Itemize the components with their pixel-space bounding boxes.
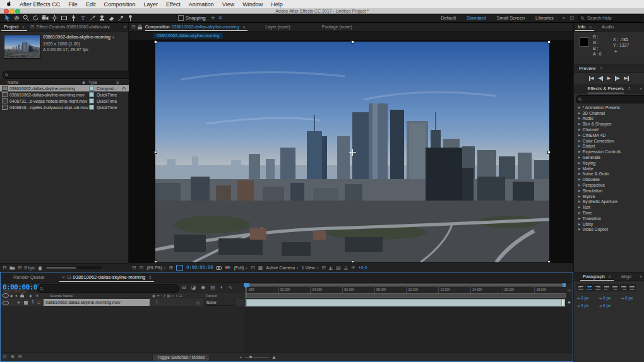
selection-handle[interactable] bbox=[154, 151, 157, 154]
panel-menu-icon[interactable]: ≡ bbox=[149, 276, 152, 279]
tab-project[interactable]: Project≡ bbox=[0, 23, 28, 31]
type-tool[interactable]: T bbox=[78, 15, 88, 22]
snap-mask-icon[interactable]: ✕ bbox=[218, 15, 222, 21]
snapping-control[interactable]: Snapping bbox=[178, 15, 206, 21]
indent-value[interactable]: 0 px bbox=[581, 303, 588, 308]
menu-item[interactable]: File bbox=[68, 1, 78, 8]
justify-all-button[interactable] bbox=[628, 284, 636, 291]
work-area-bar[interactable] bbox=[246, 293, 566, 298]
tab-align[interactable]: Align bbox=[621, 274, 632, 279]
hand-tool[interactable] bbox=[12, 15, 21, 22]
composition-viewer[interactable] bbox=[129, 40, 573, 263]
layer-expander-icon[interactable]: ▶ bbox=[18, 300, 20, 304]
justify-last-right-button[interactable] bbox=[620, 284, 628, 291]
view-layout-dropdown[interactable]: 1 View ∨ bbox=[302, 266, 319, 270]
roto-brush-tool[interactable] bbox=[116, 15, 126, 22]
effects-category-row[interactable]: ▶ Blur & Sharpen bbox=[574, 121, 644, 127]
scrollbar-thumb[interactable] bbox=[46, 267, 76, 269]
zoom-tool[interactable] bbox=[21, 15, 31, 22]
effects-category-row[interactable]: ▶ Text bbox=[574, 204, 644, 210]
twirl-icon[interactable]: ▶ bbox=[578, 223, 580, 226]
draft-3d-icon[interactable]: ◪ bbox=[191, 284, 196, 290]
tab-composition[interactable]: Composition 038610062-dallas-skyline-mor… bbox=[144, 23, 249, 31]
label-color-swatch[interactable] bbox=[89, 98, 94, 103]
effects-category-row[interactable]: ▶ Utility bbox=[574, 221, 644, 227]
layer-bar-end-cap[interactable] bbox=[561, 299, 565, 307]
effects-category-row[interactable]: ▶ Transition bbox=[574, 216, 644, 221]
play-button[interactable]: ▶ bbox=[607, 76, 611, 81]
clone-stamp-tool[interactable] bbox=[97, 15, 107, 22]
justify-last-center-button[interactable] bbox=[611, 284, 619, 291]
project-item-row[interactable]: 0406846...ngeles-hollywood-sign-cal.mov … bbox=[0, 104, 129, 110]
brush-tool[interactable] bbox=[88, 15, 97, 22]
effects-category-row[interactable]: ▶ Keying bbox=[574, 160, 644, 166]
tab-effect-controls[interactable]: Effect Controls 038610062-dallas-skylin bbox=[37, 25, 110, 29]
twirl-icon[interactable]: ▶ bbox=[578, 206, 580, 209]
indent-value[interactable]: 0 px bbox=[603, 303, 611, 308]
frame-blending-icon[interactable]: ▤ bbox=[210, 284, 215, 290]
indent-field[interactable]: ⇥ 0 px bbox=[576, 296, 599, 300]
shape-tool[interactable] bbox=[59, 15, 69, 22]
menu-item[interactable]: Animation bbox=[189, 1, 214, 8]
label-color-swatch[interactable] bbox=[89, 105, 94, 110]
effects-category-row[interactable]: ▶ Perspective bbox=[574, 182, 644, 188]
pen-tool[interactable] bbox=[69, 15, 78, 22]
project-columns-header[interactable]: Name ◆ Type S bbox=[0, 79, 129, 85]
indent-value[interactable]: 0 px bbox=[581, 296, 588, 300]
menu-item[interactable]: Composition bbox=[104, 1, 135, 8]
project-item-row[interactable]: 0406731...s-vegas-hotels-strip-night.mov… bbox=[0, 98, 129, 104]
composition-mini-flowchart-icon[interactable]: ⊟ bbox=[182, 284, 186, 290]
preview-panel-header[interactable]: Preview ≡ bbox=[574, 64, 644, 73]
snapping-checkbox[interactable] bbox=[178, 15, 184, 21]
expand-in-point-icon[interactable]: ⊡ bbox=[3, 354, 7, 359]
bit-depth-button[interactable]: 8 bpc bbox=[24, 266, 35, 270]
effects-category-row[interactable]: ▶ Distort bbox=[574, 144, 644, 149]
lock-icon[interactable] bbox=[138, 25, 142, 30]
effects-category-row[interactable]: ▶ Synthetic Aperture bbox=[574, 199, 644, 205]
source-name-column[interactable]: Source Name bbox=[50, 293, 73, 298]
indent-value[interactable]: 0 px bbox=[625, 296, 633, 300]
camera-tool[interactable] bbox=[40, 15, 50, 22]
effects-category-row[interactable]: ▶ Video Copilot bbox=[574, 227, 644, 233]
help-search-box[interactable] bbox=[578, 14, 641, 22]
resolution-dropdown[interactable]: (Full) ∨ bbox=[234, 266, 247, 270]
twirl-icon[interactable]: ▶ bbox=[578, 106, 580, 109]
expand-render-time-icon[interactable]: ⊞ bbox=[11, 354, 15, 359]
twirl-icon[interactable]: ▶ bbox=[578, 150, 580, 153]
twirl-icon[interactable]: ▶ bbox=[578, 172, 580, 175]
trash-icon[interactable] bbox=[38, 266, 42, 271]
effects-category-row[interactable]: ▶ 3D Channel bbox=[574, 110, 644, 116]
zoom-in-mountain-icon[interactable]: ▲ bbox=[271, 354, 277, 360]
project-item-row[interactable]: 038610062-dallas-skyline-morning.mov Qui… bbox=[0, 91, 129, 98]
comp-button-icon[interactable]: ◆ bbox=[568, 300, 571, 304]
primary-viewer-icon[interactable]: ⊡ bbox=[140, 265, 144, 271]
help-search-input[interactable] bbox=[586, 15, 638, 21]
panel-menu-icon[interactable]: ≡ bbox=[628, 86, 631, 90]
pixel-aspect-icon[interactable]: ⊟ bbox=[321, 265, 326, 271]
layer-source-name[interactable]: 038610062-dallas-skyline-morning.mov bbox=[44, 299, 150, 306]
justify-last-left-button[interactable] bbox=[603, 284, 611, 291]
puppet-pin-tool[interactable] bbox=[126, 15, 135, 22]
column-size[interactable]: S bbox=[116, 80, 119, 85]
project-search-box[interactable] bbox=[3, 71, 130, 79]
close-icon[interactable]: × bbox=[62, 274, 65, 280]
workspace-tab[interactable]: Libraries bbox=[535, 15, 554, 21]
flowchart-icon[interactable]: ◬ bbox=[344, 265, 348, 271]
current-time-field[interactable]: 0:00:00:00 bbox=[186, 265, 213, 270]
workspace-overflow-icon[interactable]: » bbox=[563, 15, 565, 21]
project-item-row[interactable]: 038610062-dallas-skyline-morning Composi… bbox=[0, 85, 129, 91]
fast-previews-icon[interactable]: ◭ bbox=[329, 265, 333, 271]
zoom-slider-track[interactable] bbox=[245, 357, 269, 358]
hide-shy-layers-icon[interactable]: ◉ bbox=[201, 284, 205, 290]
twirl-icon[interactable]: ▶ bbox=[578, 161, 580, 165]
selection-handle[interactable] bbox=[154, 40, 157, 44]
panel-menu-icon[interactable]: ≡ bbox=[600, 66, 603, 70]
twirl-icon[interactable]: ▶ bbox=[578, 122, 580, 126]
align-right-button[interactable] bbox=[594, 284, 602, 291]
panel-menu-icon[interactable]: ≡ bbox=[609, 275, 611, 279]
manage-workspaces-icon[interactable]: ⊡ bbox=[569, 15, 574, 21]
twirl-icon[interactable]: ▶ bbox=[578, 167, 580, 170]
tab-info[interactable]: Info≡ bbox=[574, 23, 595, 31]
eraser-tool[interactable] bbox=[107, 15, 116, 22]
effects-category-row[interactable]: ▶ Matte bbox=[574, 166, 644, 172]
